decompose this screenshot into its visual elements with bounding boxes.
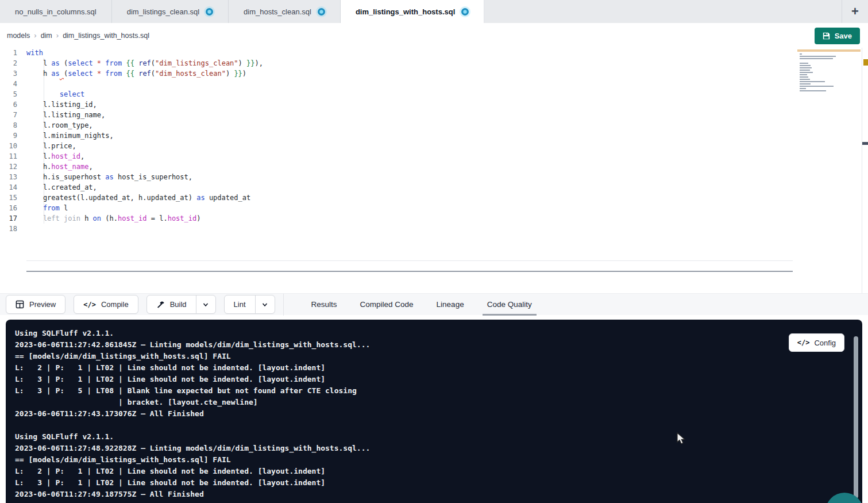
code-line-6[interactable]: 6 l.listing_id, [0, 99, 868, 110]
tab-code-quality[interactable]: Code Quality [476, 294, 543, 316]
code-line-16[interactable]: 16 from l [0, 203, 868, 213]
tab-label: Lineage [437, 300, 464, 309]
line-number: 15 [0, 193, 26, 203]
lint-button[interactable]: Lint [224, 295, 275, 314]
terminal-line: Using SQLFluff v2.1.1. [15, 431, 862, 443]
config-label: Config [814, 339, 836, 347]
unsaved-changes-dot-icon[interactable] [461, 8, 469, 16]
tab-label: no_nulls_in_columns.sql [15, 7, 97, 16]
tab-results[interactable]: Results [300, 294, 349, 316]
terminal-line: L: 2 | P: 1 | LT02 | Line should not be … [15, 466, 862, 477]
active-line-highlight [26, 260, 793, 272]
editor-tab-dim_hosts_clean-sql[interactable]: dim_hosts_clean.sql [229, 0, 341, 23]
code-text: l.room_type, [26, 120, 93, 130]
terminal-line: 2023-06-06T11:27:43.173076Z — All Finish… [15, 408, 862, 420]
code-line-7[interactable]: 7 l.listing_name, [0, 110, 868, 120]
editor-tab-dim_listings_clean-sql[interactable]: dim_listings_clean.sql [112, 0, 229, 23]
preview-button[interactable]: Preview [6, 295, 65, 314]
chevron-down-icon [261, 301, 268, 308]
line-number: 12 [0, 162, 26, 172]
code-line-8[interactable]: 8 l.room_type, [0, 120, 868, 130]
editor-tabbar: no_nulls_in_columns.sqldim_listings_clea… [0, 0, 868, 23]
terminal-line: | bracket. [layout.cte_newline] [15, 397, 862, 408]
code-line-15[interactable]: 15 greatest(l.updated_at, h.updated_at) … [0, 193, 868, 203]
code-text: l.minimum_nights, [26, 130, 114, 141]
plus-icon: + [851, 4, 859, 19]
tab-label: dim_hosts_clean.sql [244, 7, 311, 16]
terminal-scrollbar[interactable] [854, 336, 858, 498]
tab-label: dim_listings_with_hosts.sql [356, 7, 455, 16]
code-icon: </> [83, 301, 96, 309]
lint-dropdown-button[interactable] [255, 295, 275, 313]
line-number: 17 [0, 213, 26, 224]
code-line-10[interactable]: 10 l.price, [0, 141, 868, 151]
line-number: 8 [0, 120, 26, 130]
save-label: Save [835, 32, 852, 40]
code-line-11[interactable]: 11 l.host_id, [0, 151, 868, 162]
code-text: with [26, 48, 43, 58]
line-number: 13 [0, 172, 26, 182]
grid-icon [16, 300, 24, 309]
tab-lineage[interactable]: Lineage [425, 294, 476, 316]
button-label: Compile [101, 300, 129, 309]
terminal-line: L: 3 | P: 1 | LT02 | Line should not be … [15, 477, 862, 489]
tab-compiled-code[interactable]: Compiled Code [349, 294, 425, 316]
terminal-line: == [models/dim/dim_listings_with_hosts.s… [15, 454, 862, 466]
build-button[interactable]: Build [146, 295, 216, 314]
line-number: 14 [0, 182, 26, 193]
tab-label: Compiled Code [360, 300, 414, 309]
mouse-cursor [677, 432, 687, 445]
button-label: Preview [29, 300, 56, 309]
line-number: 16 [0, 203, 26, 213]
code-line-4[interactable]: 4 [0, 79, 868, 89]
code-text: from l [26, 203, 68, 213]
code-text: l.host_id, [26, 151, 84, 162]
code-line-13[interactable]: 13 h.is_superhost as host_is_superhost, [0, 172, 868, 182]
code-line-3[interactable]: 3 h as (select * from {{ ref("dim_hosts_… [0, 68, 868, 79]
code-line-5[interactable]: 5 select [0, 89, 868, 99]
line-number: 6 [0, 99, 26, 110]
code-text: h.host_name, [26, 162, 93, 172]
line-number: 5 [0, 89, 26, 99]
terminal-line: 2023-06-06T11:27:42.861845Z — Linting mo… [15, 339, 862, 351]
code-line-2[interactable]: 2 l as (select * from {{ ref("dim_listin… [0, 58, 868, 68]
breadcrumb-separator: › [34, 31, 36, 40]
code-editor[interactable]: 1with2 l as (select * from {{ ref("dim_l… [0, 48, 868, 293]
unsaved-changes-dot-icon[interactable] [206, 8, 213, 16]
code-line-12[interactable]: 12 h.host_name, [0, 162, 868, 172]
breadcrumb-models[interactable]: models [7, 32, 30, 40]
code-line-17[interactable]: 17 left join h on (h.host_id = l.host_id… [0, 213, 868, 224]
line-number: 9 [0, 130, 26, 141]
save-button[interactable]: Save [815, 28, 860, 44]
code-text: left join h on (h.host_id = l.host_id) [26, 213, 200, 224]
breadcrumb-dim[interactable]: dim [41, 32, 52, 40]
editor-tab-dim_listings_with_hosts-sql[interactable]: dim_listings_with_hosts.sql [341, 0, 484, 23]
code-text: h.is_superhost as host_is_superhost, [26, 172, 192, 182]
line-number: 18 [0, 224, 26, 234]
terminal-line: Using SQLFluff v2.1.1. [15, 328, 862, 339]
code-line-1[interactable]: 1with [0, 48, 868, 58]
breadcrumb-separator: › [56, 31, 59, 40]
code-text: h as (select * from {{ ref("dim_hosts_cl… [26, 68, 246, 79]
line-number: 11 [0, 151, 26, 162]
line-number: 1 [0, 48, 26, 58]
compile-button[interactable]: </>Compile [74, 295, 138, 314]
code-text: select [26, 89, 84, 99]
save-floppy-icon [823, 32, 830, 40]
button-label: Build [170, 300, 187, 309]
terminal-panel[interactable]: </> Config Using SQLFluff v2.1.1.2023-06… [6, 320, 862, 503]
tab-label: Code Quality [487, 300, 532, 309]
config-button[interactable]: </> Config [789, 333, 844, 352]
line-number: 10 [0, 141, 26, 151]
new-tab-button[interactable]: + [842, 0, 868, 23]
line-number: 2 [0, 58, 26, 68]
line-number: 4 [0, 79, 26, 89]
tab-label: dim_listings_clean.sql [127, 7, 199, 16]
hammer-icon [156, 300, 165, 309]
editor-tab-no_nulls_in_columns-sql[interactable]: no_nulls_in_columns.sql [0, 0, 112, 23]
build-dropdown-button[interactable] [196, 295, 215, 313]
unsaved-changes-dot-icon[interactable] [318, 8, 325, 16]
code-line-18[interactable]: 18 [0, 224, 868, 234]
code-line-14[interactable]: 14 l.created_at, [0, 182, 868, 193]
code-line-9[interactable]: 9 l.minimum_nights, [0, 130, 868, 141]
